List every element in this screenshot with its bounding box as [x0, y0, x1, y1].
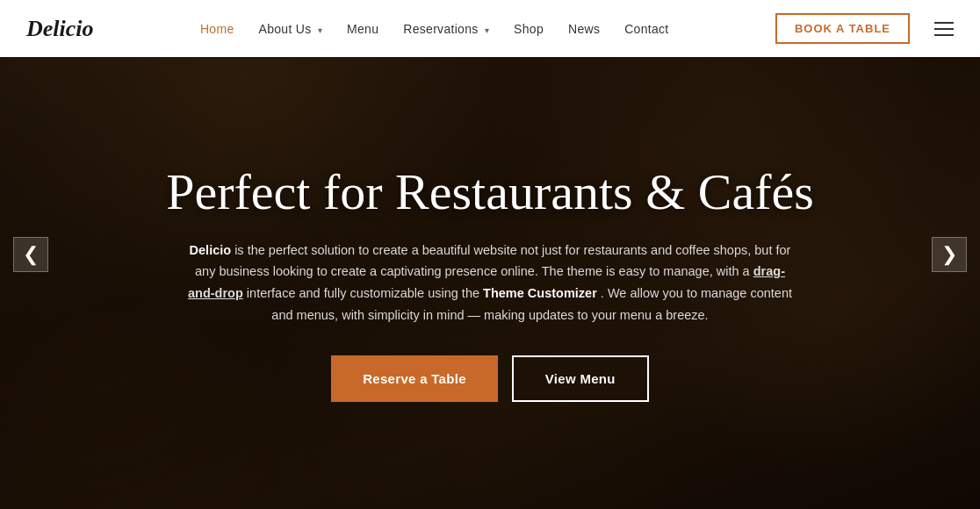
nav-item-home[interactable]: Home	[200, 21, 234, 37]
reservations-chevron-icon: ▾	[485, 25, 489, 35]
carousel-next-button[interactable]: ❯	[932, 237, 967, 272]
chevron-right-icon: ❯	[941, 243, 957, 266]
hero-title: Perfect for Restaurants & Cafés	[166, 164, 814, 220]
nav-link-menu[interactable]: Menu	[347, 22, 378, 36]
carousel-prev-button[interactable]: ❮	[13, 237, 48, 272]
hero-buttons: Reserve a Table View Menu	[331, 355, 649, 402]
nav-item-menu[interactable]: Menu	[347, 21, 378, 37]
hero-desc-bold-1: Delicio	[190, 243, 232, 257]
hero-description: Delicio is the perfect solution to creat…	[183, 240, 797, 326]
nav-right: BOOK A TABLE	[775, 13, 954, 44]
about-us-chevron-icon: ▾	[318, 25, 322, 35]
hero-desc-bold-3: Theme Customizer	[483, 286, 597, 300]
hamburger-line-3	[934, 34, 954, 36]
nav-links: Home About Us ▾ Menu Reservations ▾ Shop…	[200, 21, 669, 37]
nav-item-news[interactable]: News	[568, 21, 600, 37]
book-table-button[interactable]: BOOK A TABLE	[775, 13, 910, 44]
nav-item-shop[interactable]: Shop	[514, 21, 544, 37]
nav-link-news[interactable]: News	[568, 22, 600, 36]
hamburger-line-1	[934, 22, 954, 24]
nav-link-about-us[interactable]: About Us ▾	[259, 22, 323, 36]
nav-link-shop[interactable]: Shop	[514, 22, 544, 36]
main-navbar: Delicio Home About Us ▾ Menu Reservation…	[0, 0, 980, 57]
reserve-table-button[interactable]: Reserve a Table	[331, 355, 498, 402]
nav-link-reservations[interactable]: Reservations ▾	[403, 22, 489, 36]
hamburger-line-2	[934, 28, 954, 30]
hamburger-menu-button[interactable]	[934, 22, 954, 36]
hero-desc-text-2: interface and fully customizable using t…	[247, 286, 483, 300]
nav-link-contact[interactable]: Contact	[624, 22, 668, 36]
hero-desc-text-1: is the perfect solution to create a beau…	[195, 243, 790, 279]
hero-section: ❮ Perfect for Restaurants & Cafés Delici…	[0, 0, 980, 509]
chevron-left-icon: ❮	[23, 243, 39, 266]
brand-logo[interactable]: Delicio	[26, 16, 94, 42]
nav-item-contact[interactable]: Contact	[624, 21, 668, 37]
view-menu-button[interactable]: View Menu	[512, 355, 649, 402]
nav-item-reservations[interactable]: Reservations ▾	[403, 21, 489, 37]
hero-content: Perfect for Restaurants & Cafés Delicio …	[0, 57, 980, 509]
nav-item-about-us[interactable]: About Us ▾	[259, 21, 323, 37]
nav-link-home[interactable]: Home	[200, 22, 234, 36]
